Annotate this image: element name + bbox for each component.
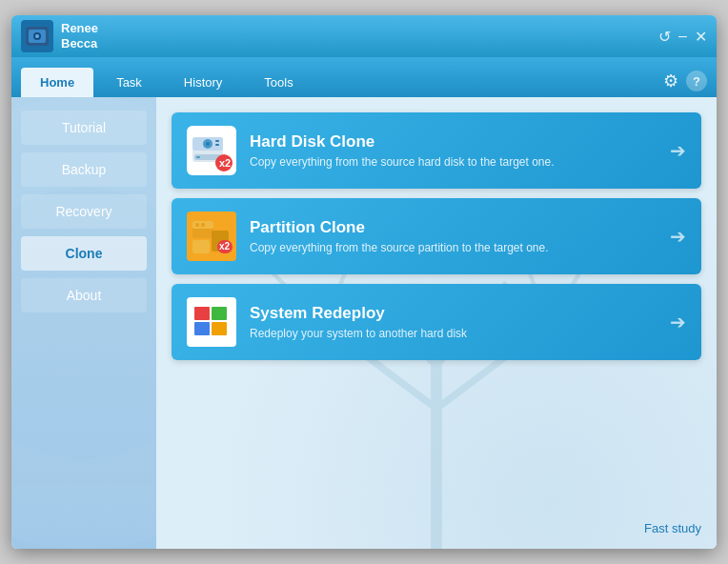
hard-disk-clone-title: Hard Disk Clone xyxy=(250,132,657,151)
partition-clone-text: Partition Clone Copy everything from the… xyxy=(250,218,657,254)
system-redeploy-title: System Redeploy xyxy=(250,304,657,323)
window-controls: ↺ – ✕ xyxy=(658,28,707,46)
hard-disk-clone-icon: x2 xyxy=(187,126,236,175)
tab-home[interactable]: Home xyxy=(21,68,93,97)
svg-rect-33 xyxy=(194,322,210,335)
tab-task[interactable]: Task xyxy=(97,68,161,97)
hard-disk-clone-text: Hard Disk Clone Copy everything from the… xyxy=(250,132,657,169)
tab-history[interactable]: History xyxy=(165,68,241,97)
main-window: Renee Becca ↺ – ✕ Home Task History Tool… xyxy=(11,15,717,549)
svg-rect-18 xyxy=(215,144,219,146)
app-name-text: Renee Becca xyxy=(61,21,98,50)
partition-clone-card[interactable]: x2 Partition Clone Copy everything from … xyxy=(172,198,701,274)
tabbar: Home Task History Tools ⚙ ? xyxy=(11,57,717,97)
sidebar-item-clone[interactable]: Clone xyxy=(21,236,147,271)
system-redeploy-card[interactable]: System Redeploy Redeploy your system to … xyxy=(172,284,701,360)
partition-clone-title: Partition Clone xyxy=(250,218,657,237)
sidebar-item-recovery[interactable]: Recovery xyxy=(21,194,147,229)
svg-text:x2: x2 xyxy=(219,157,231,169)
sidebar-item-about[interactable]: About xyxy=(21,278,147,312)
system-redeploy-arrow: ➔ xyxy=(670,311,686,333)
sidebar-item-backup[interactable]: Backup xyxy=(21,152,147,187)
svg-rect-20 xyxy=(196,156,200,158)
svg-point-3 xyxy=(35,34,39,38)
refresh-button[interactable]: ↺ xyxy=(658,28,671,46)
app-logo xyxy=(21,20,53,52)
svg-rect-31 xyxy=(194,307,210,320)
svg-text:x2: x2 xyxy=(219,241,231,252)
minimize-button[interactable]: – xyxy=(678,28,687,45)
svg-rect-32 xyxy=(212,307,227,320)
hard-disk-clone-arrow: ➔ xyxy=(670,139,686,162)
settings-icon[interactable]: ⚙ xyxy=(663,70,678,91)
partition-clone-arrow: ➔ xyxy=(670,225,686,248)
hard-disk-clone-desc: Copy everything from the source hard dis… xyxy=(250,155,657,169)
svg-point-16 xyxy=(206,142,210,146)
sidebar: Tutorial Backup Recovery Clone About xyxy=(11,97,156,549)
content-area: x2 Hard Disk Clone Copy everything from … xyxy=(156,97,717,549)
close-button[interactable]: ✕ xyxy=(695,28,707,46)
svg-rect-25 xyxy=(195,223,199,227)
logo-icon xyxy=(24,23,51,50)
tab-action-icons: ⚙ ? xyxy=(663,70,707,97)
tab-tools[interactable]: Tools xyxy=(245,68,312,97)
svg-rect-17 xyxy=(215,140,219,142)
fast-study-link[interactable]: Fast study xyxy=(644,521,701,535)
system-redeploy-text: System Redeploy Redeploy your system to … xyxy=(250,304,657,340)
help-icon[interactable]: ? xyxy=(686,70,707,91)
svg-rect-27 xyxy=(192,240,210,253)
svg-rect-34 xyxy=(212,322,227,335)
svg-rect-26 xyxy=(201,223,205,227)
main-area: Tutorial Backup Recovery Clone About xyxy=(11,97,717,549)
partition-clone-desc: Copy everything from the source partitio… xyxy=(250,241,657,254)
partition-clone-icon: x2 xyxy=(187,212,236,261)
sidebar-item-tutorial[interactable]: Tutorial xyxy=(21,111,147,145)
hard-disk-clone-card[interactable]: x2 Hard Disk Clone Copy everything from … xyxy=(172,112,701,189)
system-redeploy-desc: Redeploy your system to another hard dis… xyxy=(250,327,657,340)
titlebar: Renee Becca ↺ – ✕ xyxy=(11,15,717,57)
system-redeploy-icon xyxy=(187,297,236,347)
